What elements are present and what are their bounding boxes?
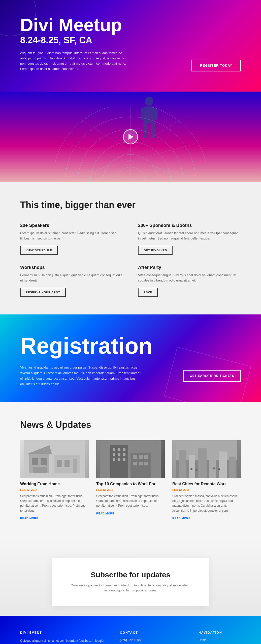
home-image-svg [24, 440, 85, 478]
news-title: News & Updates [20, 420, 241, 430]
footer-contact-col: CONTACT (255) 352-6258 hello@diviconfere… [120, 631, 183, 644]
building-image-svg [100, 440, 161, 478]
subscribe-section: Subscribe for updates Quisque aliquet ve… [0, 538, 261, 616]
features-section: This time, bigger than ever 20+ Speakers… [0, 182, 261, 314]
svg-rect-22 [33, 467, 47, 473]
early-bird-button[interactable]: GET EARLY BIRD TICKETS [183, 370, 241, 382]
subscribe-title: Subscribe for updates [68, 571, 193, 579]
feature-afterparty-title: After Party [138, 265, 241, 270]
svg-rect-39 [123, 458, 125, 461]
feature-workshops-title: Workshops [20, 265, 123, 270]
hero-subtitle: 8.24-8.25, SF, CA [20, 35, 241, 46]
svg-rect-48 [179, 450, 186, 478]
feature-speakers-desc: Lorem ipsum dolor sit amet, consectetur … [20, 231, 123, 241]
subscribe-card: Subscribe for updates Quisque aliquet ve… [52, 558, 209, 606]
news-card-3-title: Best Cities for Remote Work [172, 482, 241, 486]
reserve-spot-button[interactable]: RESERVE YOUR SPOT [20, 288, 66, 297]
news-card-2-text: Sed porttitor lectus nibh. Proin eget to… [96, 494, 165, 508]
svg-rect-20 [32, 458, 38, 465]
rsvp-button[interactable]: RSVP [138, 288, 158, 297]
news-card-1-title: Working From Home [20, 482, 89, 486]
footer-nav-title: NAVIGATION [199, 631, 241, 634]
footer-brand-col: DIVI EVENT Quisque aliquet velit sit ame… [20, 631, 105, 644]
svg-rect-38 [118, 458, 120, 461]
news-card-3: Best Cities for Remote Work FEB 12, 2018… [172, 440, 241, 520]
svg-rect-33 [123, 448, 125, 451]
news-card-3-readmore[interactable]: READ MORE [172, 517, 190, 520]
news-card-3-text: Praesent sapien massa, convallis a pelle… [172, 494, 241, 513]
news-image-3 [172, 440, 241, 478]
features-title: This time, bigger than ever [20, 200, 241, 210]
feature-workshops: Workshops Fermentum nulla non justo aliq… [20, 265, 123, 297]
feature-sponsors-title: 200+ Sponsors & Booths [138, 223, 241, 228]
news-card-2-readmore[interactable]: READ MORE [96, 512, 114, 515]
news-card-1-readmore[interactable]: READ MORE [20, 517, 38, 520]
decorative-grid [55, 107, 206, 182]
svg-rect-25 [57, 460, 62, 467]
svg-point-56 [213, 467, 215, 469]
hero-section: Divi Meetup 8.24-8.25, SF, CA Aliquam fe… [0, 0, 261, 92]
news-card-1-text: Sed porttitor lectus nibh. Proin eget to… [20, 494, 89, 513]
svg-rect-52 [219, 452, 227, 478]
video-section [0, 92, 261, 182]
play-button[interactable] [123, 129, 138, 144]
feature-speakers-title: 20+ Speakers [20, 223, 123, 228]
feature-afterparty-desc: Vitae consequat augue. Vivamus eget dolo… [138, 273, 241, 283]
svg-rect-41 [139, 455, 143, 459]
svg-rect-40 [133, 455, 137, 459]
feature-sponsors: 200+ Sponsors & Booths Quis blandit erat… [138, 223, 241, 255]
svg-rect-35 [118, 453, 120, 456]
news-card-2-title: Top 10 Companies to Work For [96, 482, 165, 486]
svg-rect-31 [113, 448, 115, 451]
svg-rect-26 [64, 460, 70, 467]
news-card-2: Top 10 Companies to Work For FEB 12, 201… [96, 440, 165, 520]
svg-rect-50 [198, 448, 207, 478]
svg-rect-45 [144, 462, 148, 465]
svg-point-57 [218, 468, 220, 470]
svg-rect-37 [113, 458, 115, 461]
news-grid: Working From Home FEB 12, 2018 Sed portt… [20, 440, 241, 520]
news-section: News & Updates Working From Home [0, 402, 261, 538]
get-involved-button[interactable]: GET INVOLVED [138, 246, 173, 255]
svg-rect-43 [133, 462, 137, 465]
hero-description: Aliquam feugiat ut diam non tempus. Inte… [20, 51, 126, 71]
svg-rect-27 [73, 459, 77, 473]
svg-rect-44 [139, 462, 143, 465]
subscribe-description: Quisque aliquet velit sit amet sem inter… [68, 583, 193, 593]
view-schedule-button[interactable]: VIEW SCHEDULE [20, 246, 58, 255]
svg-rect-34 [113, 453, 115, 456]
footer-nav-home[interactable]: Home [199, 638, 241, 642]
registration-section: Registration Vivamus id gravida mi, nec … [0, 314, 261, 402]
feature-speakers: 20+ Speakers Lorem ipsum dolor sit amet,… [20, 223, 123, 255]
svg-rect-53 [229, 457, 236, 478]
news-card-2-date: FEB 12, 2018 [96, 488, 165, 491]
svg-rect-32 [118, 448, 120, 451]
news-card-3-date: FEB 12, 2018 [172, 488, 241, 491]
registration-title: Registration [20, 335, 241, 357]
feature-afterparty: After Party Vitae consequat augue. Vivam… [138, 265, 241, 297]
hero-title: Divi Meetup [20, 15, 241, 35]
news-image-1 [20, 440, 89, 478]
svg-point-54 [190, 468, 192, 470]
feature-workshops-desc: Fermentum nulla non justo aliquet, quis … [20, 273, 123, 283]
footer-contact-title: CONTACT [120, 631, 183, 634]
news-card-1-date: FEB 12, 2018 [20, 488, 89, 491]
footer-nav-col: NAVIGATION Home About Schedule Registrat… [199, 631, 241, 644]
video-container [0, 92, 261, 182]
svg-point-0 [145, 97, 153, 106]
footer: DIVI EVENT Quisque aliquet velit sit ame… [0, 616, 261, 644]
footer-phone: (255) 352-6258 [120, 638, 183, 642]
svg-rect-21 [41, 458, 47, 465]
registration-description: Vivamus id gravida mi, nec ullamcorper p… [20, 365, 141, 387]
feature-sponsors-desc: Quis blandit erat. Donec laoreet libero … [138, 231, 241, 241]
footer-brand-desc: Quisque aliquet velit sit amet sem inter… [20, 638, 105, 644]
register-today-button[interactable]: REGISTER TODAY [191, 60, 241, 71]
svg-rect-42 [144, 455, 148, 459]
footer-grid: DIVI EVENT Quisque aliquet velit sit ame… [20, 631, 241, 644]
news-card-1: Working From Home FEB 12, 2018 Sed portt… [20, 440, 89, 520]
svg-rect-36 [123, 453, 125, 456]
features-grid: 20+ Speakers Lorem ipsum dolor sit amet,… [20, 223, 241, 297]
svg-rect-51 [209, 454, 216, 478]
play-icon [128, 134, 134, 140]
city-image-svg [176, 440, 237, 478]
